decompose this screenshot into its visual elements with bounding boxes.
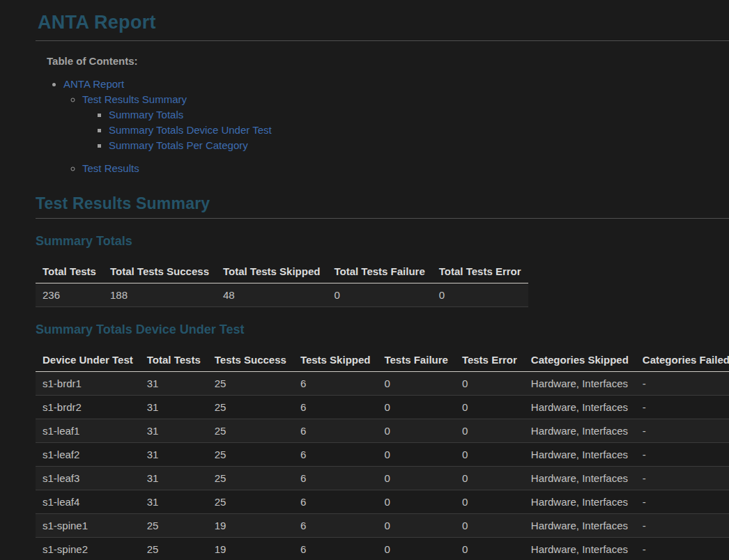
cell-device: s1-brdr2 (36, 396, 140, 419)
column-header: Tests Failure (377, 348, 454, 372)
table-row: s1-spine1 25 19 6 0 0 Hardware, Interfac… (36, 514, 729, 538)
table-header-row: Device Under Test Total Tests Tests Succ… (36, 348, 729, 372)
title-divider (36, 40, 729, 41)
toc-item: Test Results (82, 161, 729, 176)
cell-categories-failed: - (636, 514, 729, 538)
cell-tests-success: 19 (208, 538, 293, 560)
section-heading-summary-totals: Summary Totals (36, 234, 729, 249)
cell-tests-error: 0 (455, 538, 524, 560)
column-header: Total Tests Failure (327, 260, 431, 283)
cell-total-tests: 236 (36, 283, 103, 307)
cell-categories-skipped: Hardware, Interfaces (524, 490, 636, 514)
cell-categories-skipped: Hardware, Interfaces (524, 514, 636, 538)
section-heading-test-results-summary: Test Results Summary (36, 194, 729, 212)
cell-device: s1-spine1 (36, 514, 140, 538)
cell-tests-failure: 0 (377, 467, 454, 490)
column-header: Total Tests (36, 260, 103, 283)
cell-tests-failure: 0 (377, 443, 454, 467)
cell-total-tests: 31 (140, 396, 208, 419)
cell-tests-success: 25 (208, 372, 293, 396)
report-page: ANTA Report Table of Contents: ANTA Repo… (0, 0, 729, 560)
column-header: Total Tests Skipped (216, 260, 327, 283)
cell-device: s1-leaf4 (36, 490, 140, 514)
cell-tests-success: 25 (208, 443, 293, 467)
cell-total-tests: 31 (140, 467, 208, 490)
table-row: s1-leaf2 31 25 6 0 0 Hardware, Interface… (36, 443, 729, 467)
column-header: Categories Skipped (524, 348, 636, 372)
toc-link-summary-totals-device-under-test[interactable]: Summary Totals Device Under Test (109, 124, 272, 136)
cell-tests-skipped: 6 (293, 490, 378, 514)
cell-categories-skipped: Hardware, Interfaces (524, 419, 636, 443)
toc-link-summary-totals-per-category[interactable]: Summary Totals Per Category (109, 139, 248, 151)
cell-tests-success: 19 (208, 514, 293, 538)
cell-device: s1-leaf1 (36, 419, 140, 443)
toc-item: Summary Totals Per Category (109, 138, 729, 153)
cell-total-tests: 31 (140, 419, 208, 443)
cell-tests-error: 0 (455, 396, 524, 419)
cell-tests-success: 25 (208, 490, 293, 514)
table-row: s1-leaf1 31 25 6 0 0 Hardware, Interface… (36, 419, 729, 443)
cell-tests-failure: 0 (377, 490, 454, 514)
cell-categories-failed: - (636, 467, 729, 490)
column-header: Tests Success (208, 348, 293, 372)
cell-categories-failed: - (636, 490, 729, 514)
page-title: ANTA Report (38, 12, 729, 33)
column-header: Total Tests Error (432, 260, 528, 283)
cell-tests-failure: 0 (377, 538, 454, 560)
cell-tests-skipped: 6 (293, 538, 378, 560)
cell-categories-skipped: Hardware, Interfaces (524, 538, 636, 560)
cell-tests-error: 0 (455, 514, 524, 538)
cell-tests-error: 0 (455, 372, 524, 396)
toc-label: Table of Contents: (47, 55, 729, 67)
cell-tests-skipped: 6 (293, 467, 378, 490)
toc-link-test-results[interactable]: Test Results (82, 162, 139, 174)
table-row: s1-leaf4 31 25 6 0 0 Hardware, Interface… (36, 490, 729, 514)
toc-link-anta-report[interactable]: ANTA Report (63, 78, 124, 90)
toc-item: ANTA Report Test Results Summary Summary… (63, 77, 729, 176)
cell-tests-skipped: 6 (293, 372, 378, 396)
cell-tests-failure: 0 (377, 419, 454, 443)
cell-tests-error: 0 (455, 467, 524, 490)
cell-tests-failure: 0 (377, 372, 454, 396)
toc-sublist: Summary Totals Summary Totals Device Und… (82, 107, 729, 153)
toc-item: Summary Totals (109, 107, 729, 123)
column-header: Device Under Test (36, 348, 140, 372)
cell-tests-success: 25 (208, 419, 293, 443)
cell-total-tests-error: 0 (432, 283, 528, 307)
cell-tests-error: 0 (455, 490, 524, 514)
cell-device: s1-spine2 (36, 538, 140, 560)
toc-item: Test Results Summary Summary Totals Summ… (82, 92, 729, 153)
column-header: Categories Failed (636, 348, 729, 372)
cell-total-tests: 25 (140, 538, 208, 560)
table-row: s1-brdr2 31 25 6 0 0 Hardware, Interface… (36, 396, 729, 419)
cell-categories-failed: - (636, 419, 729, 443)
cell-tests-error: 0 (455, 443, 524, 467)
cell-tests-success: 25 (208, 396, 293, 419)
cell-total-tests-failure: 0 (327, 283, 431, 307)
cell-categories-failed: - (636, 396, 729, 419)
cell-categories-skipped: Hardware, Interfaces (524, 443, 636, 467)
toc-link-test-results-summary[interactable]: Test Results Summary (82, 93, 187, 105)
column-header: Total Tests Success (103, 260, 216, 283)
cell-categories-failed: - (636, 372, 729, 396)
cell-device: s1-leaf3 (36, 467, 140, 490)
cell-categories-failed: - (636, 443, 729, 467)
cell-categories-skipped: Hardware, Interfaces (524, 467, 636, 490)
toc-sublist: Test Results Summary Summary Totals Summ… (63, 92, 729, 176)
cell-total-tests: 31 (140, 372, 208, 396)
cell-total-tests: 25 (140, 514, 208, 538)
cell-categories-skipped: Hardware, Interfaces (524, 396, 636, 419)
cell-tests-skipped: 6 (293, 443, 378, 467)
cell-device: s1-brdr1 (36, 372, 140, 396)
cell-total-tests-success: 188 (103, 283, 216, 307)
toc-link-summary-totals[interactable]: Summary Totals (109, 109, 183, 120)
cell-tests-skipped: 6 (293, 396, 378, 419)
device-under-test-table: Device Under Test Total Tests Tests Succ… (36, 348, 729, 560)
cell-categories-failed: - (636, 538, 729, 560)
cell-tests-skipped: 6 (293, 419, 378, 443)
table-of-contents: ANTA Report Test Results Summary Summary… (36, 77, 729, 176)
table-row: s1-leaf3 31 25 6 0 0 Hardware, Interface… (36, 467, 729, 490)
table-row: 236 188 48 0 0 (36, 283, 528, 307)
cell-total-tests: 31 (140, 490, 208, 514)
cell-device: s1-leaf2 (36, 443, 140, 467)
